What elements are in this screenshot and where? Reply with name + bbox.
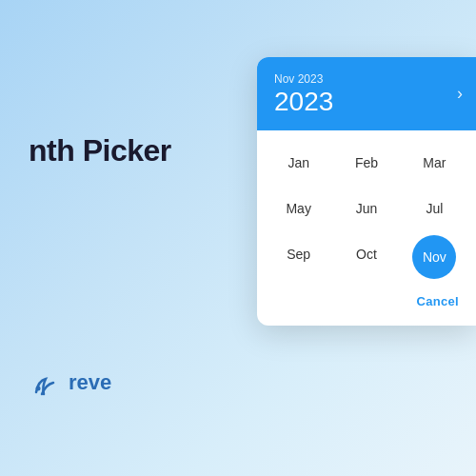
month-nov[interactable]: Nov [412,235,456,279]
month-jul[interactable]: Jul [403,189,466,228]
month-jun[interactable]: Jun [334,189,398,228]
picker-header: Nov 2023 2023 › [257,57,476,130]
month-jan[interactable]: Jan [267,144,330,182]
page-title: nth Picker [29,133,171,168]
month-feb[interactable]: Feb [334,144,398,182]
logo-text: reve [69,370,111,395]
month-may[interactable]: May [267,189,330,228]
month-mar[interactable]: Mar [403,144,466,182]
month-sep[interactable]: Sep [267,235,330,273]
picker-header-year: 2023 [274,88,459,117]
logo-container: reve [29,366,111,400]
month-picker-card: Nov 2023 2023 › Jan Feb Mar May Jun Jul … [257,57,476,326]
picker-nav-icon[interactable]: › [457,84,463,104]
month-grid: Jan Feb Mar May Jun Jul Sep Oct Nov [257,130,476,285]
cancel-button[interactable]: Cancel [415,290,461,312]
picker-footer: Cancel [257,285,476,326]
logo-icon [29,366,63,400]
svg-point-0 [36,387,41,391]
month-oct[interactable]: Oct [334,235,398,273]
picker-header-subtitle: Nov 2023 [274,72,459,86]
left-section: nth Picker [29,133,171,169]
